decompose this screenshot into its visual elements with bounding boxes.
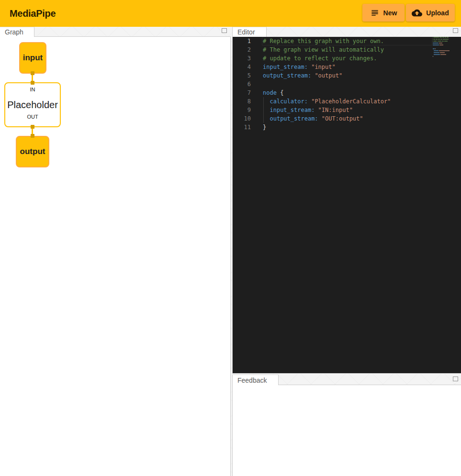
main-area: Graph input IN Placeholder OUT output Ed… xyxy=(0,27,461,476)
placeholder-out-label: OUT xyxy=(5,114,60,120)
tab-feedback[interactable]: Feedback xyxy=(232,375,279,385)
upload-button-label: Upload xyxy=(426,9,449,17)
editor-line-9[interactable]: 9 input_stream: "IN:input" xyxy=(233,106,461,114)
port-placeholder-out[interactable] xyxy=(31,125,34,129)
new-button[interactable]: New xyxy=(362,4,405,22)
editor-line-4[interactable]: 4input_stream: "input" xyxy=(233,63,461,71)
tab-editor[interactable]: Editor xyxy=(232,27,267,37)
editor-minimap[interactable] xyxy=(433,37,454,58)
editor-maximize-icon[interactable] xyxy=(453,28,458,33)
tab-feedback-label: Feedback xyxy=(237,376,267,384)
app-title: MediaPipe xyxy=(10,8,56,19)
port-placeholder-in[interactable] xyxy=(31,81,34,85)
editor-line-2[interactable]: 2# The graph view will automatically xyxy=(233,45,461,54)
header-buttons: New Upload xyxy=(362,4,455,22)
graph-canvas[interactable]: input IN Placeholder OUT output xyxy=(0,36,231,476)
code-editor[interactable]: 1# Replace this graph with your own.2# T… xyxy=(232,37,461,374)
editor-lines[interactable]: 1# Replace this graph with your own.2# T… xyxy=(233,37,461,132)
node-input-label: input xyxy=(23,53,43,63)
feedback-panel xyxy=(232,385,461,476)
indent-guide xyxy=(263,97,264,123)
tab-graph[interactable]: Graph xyxy=(0,27,34,37)
editor-line-6[interactable]: 6 xyxy=(233,80,461,89)
editor-line-10[interactable]: 10 output_stream: "OUT:output" xyxy=(233,114,461,123)
current-line-highlight xyxy=(262,37,432,45)
placeholder-in-label: IN xyxy=(5,87,60,92)
graph-maximize-icon[interactable] xyxy=(222,28,227,33)
feedback-maximize-icon[interactable] xyxy=(453,376,458,381)
editor-line-7[interactable]: 7node { xyxy=(233,89,461,97)
graph-node-input[interactable]: input xyxy=(19,42,46,74)
tab-graph-label: Graph xyxy=(5,28,23,36)
editor-line-3[interactable]: 3# update to reflect your changes. xyxy=(233,54,461,63)
app-header: MediaPipe New Upload xyxy=(0,0,461,27)
placeholder-label: Placeholder xyxy=(5,100,60,111)
node-output-label: output xyxy=(20,147,45,156)
new-button-label: New xyxy=(383,9,397,17)
cloud-upload-icon xyxy=(412,8,422,18)
editor-line-8[interactable]: 8 calculator: "PlaceholderCalculator" xyxy=(233,97,461,106)
port-input-out[interactable] xyxy=(31,71,34,75)
editor-line-11[interactable]: 11} xyxy=(233,123,461,132)
editor-line-5[interactable]: 5output_stream: "output" xyxy=(233,71,461,80)
graph-node-placeholder[interactable]: IN Placeholder OUT xyxy=(4,82,61,127)
upload-button[interactable]: Upload xyxy=(406,4,455,22)
graph-node-output[interactable]: output xyxy=(16,136,49,167)
tab-editor-label: Editor xyxy=(237,28,255,36)
port-output-in[interactable] xyxy=(31,134,34,138)
subject-icon xyxy=(370,8,380,18)
